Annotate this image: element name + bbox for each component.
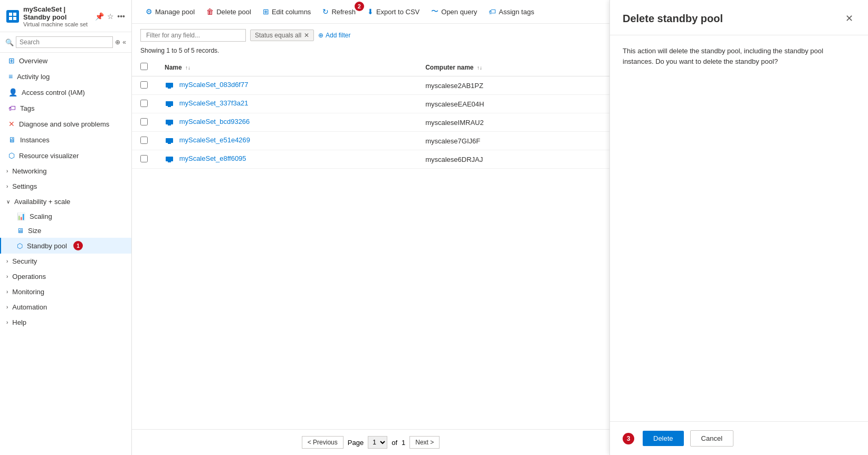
add-filter-icon: ⊕ [318, 32, 323, 39]
sidebar-item-size[interactable]: 🖥 Size [0, 224, 131, 238]
pagination: < Previous Page 1 of 1 Next > [132, 429, 609, 455]
vm-icon [165, 81, 174, 90]
sidebar-item-settings[interactable]: › Settings [0, 179, 131, 194]
filter-icon[interactable]: ⊕ [115, 38, 120, 46]
vm-icon [165, 154, 174, 164]
instance-link[interactable]: myScaleSet_e51e4269 [179, 136, 250, 144]
page-select[interactable]: 1 [368, 436, 387, 449]
row-name-cell: myScaleSet_e8ff6095 [156, 150, 417, 169]
remove-filter-icon[interactable]: ✕ [304, 32, 309, 39]
sidebar-item-resource-visualizer[interactable]: ⬡ Resource visualizer [0, 148, 131, 163]
sidebar-item-monitoring[interactable]: › Monitoring [0, 284, 131, 299]
cancel-delete-button[interactable]: Cancel [690, 430, 733, 447]
row-computer-cell: myscalese2AB1PZ [417, 76, 609, 95]
sidebar-item-security[interactable]: › Security [0, 254, 131, 269]
row-name-cell: myScaleSet_337f3a21 [156, 95, 417, 113]
sidebar-item-tags[interactable]: 🏷 Tags [0, 100, 131, 116]
assign-tags-button[interactable]: 🏷 Assign tags [483, 5, 539, 18]
export-csv-icon: ⬇ [367, 7, 374, 16]
name-column-header[interactable]: Name ↑↓ [156, 59, 417, 76]
standby-pool-badge: 1 [73, 241, 83, 250]
instance-link[interactable]: myScaleSet_e8ff6095 [179, 154, 246, 162]
edit-columns-button[interactable]: ⊞ Edit columns [257, 5, 316, 18]
sidebar-item-instances[interactable]: 🖥 Instances [0, 132, 131, 148]
chevron-right-icon-3: › [6, 258, 8, 264]
svg-rect-10 [166, 138, 173, 143]
search-bar: 🔍 ⊕ « [0, 32, 131, 53]
side-panel-header: Delete standby pool ✕ [610, 0, 868, 35]
row-name-cell: myScaleSet_e51e4269 [156, 132, 417, 150]
sidebar-item-availability-scale[interactable]: ∨ Availability + scale [0, 194, 131, 209]
row-checkbox-2[interactable] [140, 118, 148, 125]
manage-pool-button[interactable]: ⚙ Manage pool [140, 5, 200, 18]
app-logo [6, 10, 19, 23]
row-computer-cell: myscalese6DRJAJ [417, 150, 609, 169]
sidebar-item-networking[interactable]: › Networking [0, 163, 131, 179]
sidebar-item-standby-pool[interactable]: ⬡ Standby pool 1 [0, 238, 131, 254]
delete-pool-button[interactable]: 🗑 Delete pool [201, 5, 256, 18]
add-filter-button[interactable]: ⊕ Add filter [318, 32, 350, 39]
table-row: myScaleSet_337f3a21 myscaleseEAE04H [132, 95, 609, 113]
sidebar-item-help[interactable]: › Help [0, 315, 131, 330]
filter-input[interactable] [140, 29, 246, 42]
select-all-checkbox[interactable] [140, 63, 148, 70]
confirm-delete-button[interactable]: Delete [643, 431, 684, 446]
row-checkbox-3[interactable] [140, 137, 148, 144]
assign-tags-icon: 🏷 [489, 7, 496, 16]
status-filter-tag: Status equals all ✕ [250, 30, 314, 41]
svg-rect-9 [168, 124, 171, 125]
instance-link[interactable]: myScaleSet_337f3a21 [179, 99, 249, 107]
filter-bar: Status equals all ✕ ⊕ Add filter [132, 24, 609, 45]
previous-button[interactable]: < Previous [302, 436, 344, 449]
wrench-icon: ✕ [8, 120, 15, 128]
refresh-icon: ↻ [322, 7, 329, 16]
row-name-cell: myScaleSet_083d6f77 [156, 76, 417, 95]
sidebar-item-access-control[interactable]: 👤 Access control (IAM) [0, 84, 131, 100]
next-button[interactable]: Next > [409, 436, 440, 449]
instance-link[interactable]: myScaleSet_bcd93266 [179, 118, 250, 125]
chevron-right-icon-6: › [6, 304, 8, 310]
row-checkbox-cell [132, 150, 156, 169]
table-row: myScaleSet_083d6f77 myscalese2AB1PZ [132, 76, 609, 95]
open-query-button[interactable]: 〜 Open query [426, 4, 482, 19]
svg-rect-3 [13, 17, 16, 20]
chevron-right-icon-5: › [6, 289, 8, 295]
search-input[interactable] [16, 36, 113, 48]
sidebar-item-operations[interactable]: › Operations [0, 269, 131, 284]
collapse-icon[interactable]: « [122, 38, 126, 46]
row-checkbox-cell [132, 113, 156, 132]
export-csv-button[interactable]: ⬇ Export to CSV [362, 5, 425, 18]
side-panel-body: This action will delete the standby pool… [610, 35, 868, 421]
instance-link[interactable]: myScaleSet_083d6f77 [179, 81, 249, 89]
svg-rect-13 [168, 161, 171, 162]
computer-sort-icon: ↑↓ [477, 65, 482, 71]
star-icon[interactable]: ☆ [107, 12, 114, 21]
row-checkbox-cell [132, 76, 156, 95]
sidebar-item-overview[interactable]: ⊞ Overview [0, 53, 131, 69]
row-name-cell: myScaleSet_bcd93266 [156, 113, 417, 132]
row-checkbox-4[interactable] [140, 155, 148, 162]
search-icon: 🔍 [5, 38, 14, 46]
sidebar-item-automation[interactable]: › Automation [0, 299, 131, 315]
list-icon: ≡ [8, 72, 13, 81]
close-side-panel-button[interactable]: ✕ [843, 11, 855, 26]
svg-rect-12 [166, 157, 173, 161]
side-panel-title: Delete standby pool [623, 13, 723, 25]
sidebar-item-diagnose[interactable]: ✕ Diagnose and solve problems [0, 116, 131, 132]
more-icon[interactable]: ••• [117, 12, 125, 21]
sidebar-item-activity-log[interactable]: ≡ Activity log [0, 69, 131, 84]
row-checkbox-0[interactable] [140, 81, 148, 89]
chevron-right-icon-2: › [6, 183, 8, 189]
pin-icon[interactable]: 📌 [95, 12, 104, 21]
network-icon: ⬡ [8, 151, 15, 160]
refresh-badge: 2 [355, 2, 364, 11]
computer-name-column-header[interactable]: Computer name ↑↓ [417, 59, 609, 76]
table-row: myScaleSet_e51e4269 myscalese7GIJ6F [132, 132, 609, 150]
row-checkbox-1[interactable] [140, 100, 148, 107]
svg-rect-11 [168, 143, 171, 144]
row-computer-cell: myscalese7GIJ6F [417, 132, 609, 150]
sidebar-item-scaling[interactable]: 📊 Scaling [0, 209, 131, 224]
select-all-header [132, 59, 156, 76]
of-label: of [392, 439, 397, 447]
svg-rect-5 [168, 88, 171, 89]
